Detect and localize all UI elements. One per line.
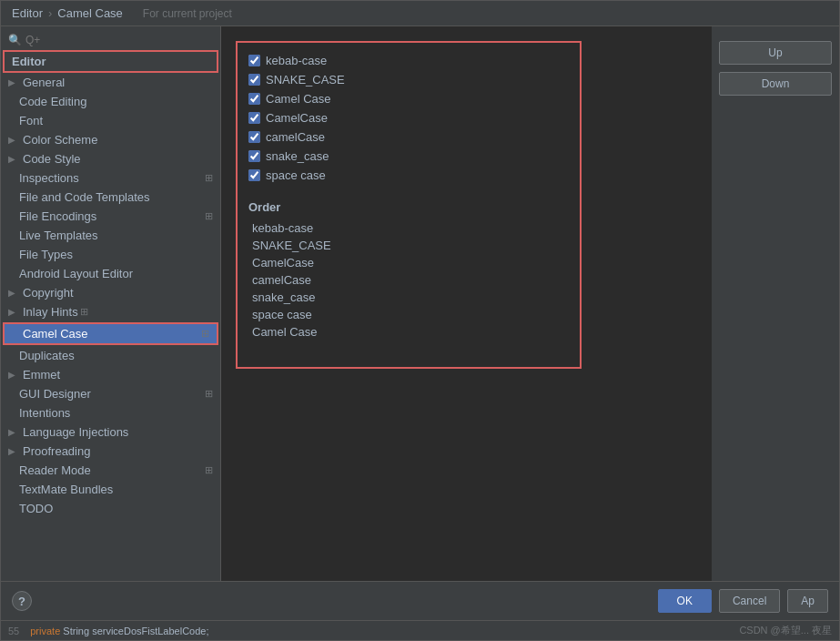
checkbox-camel-case-space[interactable]: Camel Case: [248, 92, 569, 106]
sidebar-item-reader-mode[interactable]: Reader Mode ⊞: [1, 461, 220, 480]
chevron-right-icon: ▶: [8, 77, 21, 87]
sidebar-item-intentions[interactable]: Intentions: [1, 403, 220, 422]
chevron-right-icon: ▶: [8, 446, 21, 456]
order-item-4: snake_case: [252, 290, 569, 304]
sidebar-item-label: Color Scheme: [23, 133, 97, 147]
dialog-footer: ? OK Cancel Ap: [1, 581, 839, 620]
sidebar-item-file-encodings[interactable]: File Encodings ⊞: [1, 207, 220, 226]
statusbar: 55 private String serviceDosFistLabelCod…: [1, 620, 839, 640]
sidebar-item-android-layout-editor[interactable]: Android Layout Editor: [1, 264, 220, 283]
sidebar-item-gui-designer[interactable]: GUI Designer ⊞: [1, 384, 220, 403]
sidebar-item-emmet[interactable]: ▶ Emmet: [1, 365, 220, 384]
checkbox-camel-case-space-input[interactable]: [248, 93, 260, 105]
breadcrumb-separator: ›: [48, 6, 52, 20]
checkbox-kebab-case-label: kebab-case: [266, 54, 327, 67]
sidebar-item-font[interactable]: Font: [1, 111, 220, 130]
sidebar-item-file-code-templates[interactable]: File and Code Templates: [1, 188, 220, 207]
sidebar-item-label: Intentions: [19, 406, 70, 420]
code-type: String: [63, 626, 92, 636]
sidebar-item-label: Inlay Hints: [23, 305, 78, 319]
cancel-button[interactable]: Cancel: [719, 589, 780, 613]
checkbox-camelcase-lower-input[interactable]: [248, 131, 260, 143]
search-box[interactable]: 🔍: [1, 30, 220, 50]
checkbox-camelcase-input[interactable]: [248, 112, 260, 124]
checkbox-kebab-case-input[interactable]: [248, 55, 260, 66]
sidebar-item-label: Inspections: [19, 171, 79, 185]
checkbox-kebab-case[interactable]: kebab-case: [248, 54, 569, 67]
sidebar-item-live-templates[interactable]: Live Templates: [1, 226, 220, 245]
chevron-right-icon: ▶: [8, 154, 21, 164]
sidebar-item-label: Copyright: [23, 286, 74, 300]
sidebar-item-color-scheme[interactable]: ▶ Color Scheme: [1, 130, 220, 149]
project-icon: ⊞: [205, 464, 213, 476]
sidebar-item-label: Emmet: [23, 368, 60, 382]
sidebar-item-todo[interactable]: TODO: [1, 499, 220, 518]
sidebar-item-label: Code Editing: [19, 95, 86, 108]
statusbar-watermark: CSDN @希望... 夜星: [739, 624, 832, 637]
help-button[interactable]: ?: [12, 591, 32, 611]
sidebar-item-inspections[interactable]: Inspections ⊞: [1, 168, 220, 188]
statusbar-code: private String serviceDosFistLabelCode;: [30, 626, 208, 636]
code-varname: serviceDosFistLabelCode;: [92, 626, 208, 636]
checkbox-snake-upper[interactable]: SNAKE_CASE: [248, 73, 569, 86]
project-icon: ⊞: [205, 210, 213, 222]
order-list: kebab-case SNAKE_CASE CamelCase camelCas…: [248, 221, 569, 339]
checkbox-space-case-input[interactable]: [248, 169, 260, 181]
sidebar-item-label: Font: [19, 114, 43, 127]
checkbox-camelcase[interactable]: CamelCase: [248, 111, 569, 125]
checkbox-camelcase-label: CamelCase: [266, 111, 328, 125]
sidebar-item-label: Camel Case: [23, 327, 88, 341]
up-button[interactable]: Up: [719, 41, 832, 65]
sidebar-item-copyright[interactable]: ▶ Copyright: [1, 283, 220, 302]
checkbox-snake-lower[interactable]: snake_case: [248, 149, 569, 163]
camel-case-border: Camel Case ⊞: [3, 322, 218, 345]
checkbox-snake-upper-label: SNAKE_CASE: [266, 73, 345, 86]
down-button[interactable]: Down: [719, 72, 832, 96]
sidebar-editor-label: Editor: [5, 52, 217, 71]
checkbox-camelcase-lower[interactable]: camelCase: [248, 130, 569, 144]
code-keyword: private: [30, 626, 63, 636]
footer-right: OK Cancel Ap: [658, 589, 828, 613]
sidebar-item-label: Live Templates: [19, 229, 97, 242]
statusbar-line: 55: [8, 626, 19, 636]
checkbox-snake-upper-input[interactable]: [248, 74, 260, 86]
sidebar-item-camel-case[interactable]: Camel Case ⊞: [5, 324, 217, 343]
checkbox-camelcase-lower-label: camelCase: [266, 130, 325, 144]
search-input[interactable]: [25, 34, 213, 46]
sidebar-item-language-injections[interactable]: ▶ Language Injections: [1, 422, 220, 442]
sidebar-item-label: Code Style: [23, 152, 81, 166]
order-item-1: SNAKE_CASE: [252, 239, 569, 252]
checkbox-list: kebab-case SNAKE_CASE Camel Case Ca: [248, 54, 569, 182]
order-item-2: CamelCase: [252, 256, 569, 270]
sidebar-item-inlay-hints[interactable]: ▶ Inlay Hints ⊞: [1, 302, 220, 321]
project-icon: ⊞: [205, 388, 213, 400]
right-panel: Up Down: [712, 26, 839, 581]
sidebar-item-label: TextMate Bundles: [19, 483, 113, 496]
sidebar-item-label: TODO: [19, 502, 53, 515]
sidebar-item-label: Language Injections: [23, 425, 128, 439]
sidebar-item-proofreading[interactable]: ▶ Proofreading: [1, 442, 220, 461]
sidebar-item-label: Duplicates: [19, 349, 75, 362]
checkbox-snake-lower-input[interactable]: [248, 150, 260, 162]
main-panel: kebab-case SNAKE_CASE Camel Case Ca: [221, 26, 712, 581]
sidebar-item-file-types[interactable]: File Types: [1, 245, 220, 264]
sidebar-item-code-style[interactable]: ▶ Code Style: [1, 149, 220, 168]
sidebar-item-duplicates[interactable]: Duplicates: [1, 346, 220, 365]
project-icon: ⊞: [205, 172, 213, 184]
sidebar-item-code-editing[interactable]: Code Editing: [1, 92, 220, 111]
chevron-right-icon: ▶: [8, 307, 21, 317]
settings-dialog: Editor › Camel Case For current project …: [0, 0, 840, 641]
sidebar-item-label: File and Code Templates: [19, 190, 150, 204]
breadcrumb-camel-case: Camel Case: [57, 6, 123, 20]
sidebar-item-label: Android Layout Editor: [19, 267, 133, 280]
checkbox-space-case[interactable]: space case: [248, 168, 569, 182]
ok-button[interactable]: OK: [658, 589, 712, 613]
sidebar-item-general[interactable]: ▶ General: [1, 73, 220, 92]
sidebar-item-label: File Encodings: [19, 209, 96, 223]
sidebar-item-label: Proofreading: [23, 444, 90, 458]
sidebar-item-textmate-bundles[interactable]: TextMate Bundles: [1, 480, 220, 499]
dialog-header: Editor › Camel Case For current project: [1, 1, 839, 26]
apply-button[interactable]: Ap: [787, 589, 828, 613]
checkbox-camel-case-space-label: Camel Case: [266, 92, 331, 106]
sidebar-item-label: GUI Designer: [19, 387, 91, 401]
